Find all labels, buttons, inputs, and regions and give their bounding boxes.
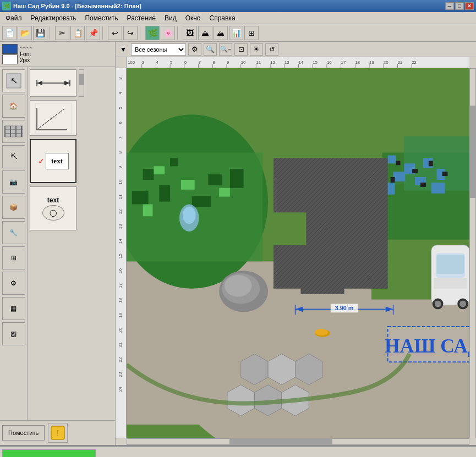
color-swatch-secondary[interactable] <box>2 54 18 64</box>
measure-icon <box>31 71 75 95</box>
svg-text:22: 22 <box>412 60 417 65</box>
sun-btn[interactable]: ☀ <box>250 43 263 56</box>
btn7[interactable]: ⛰ <box>214 26 228 40</box>
place-button[interactable]: Поместить <box>2 425 45 441</box>
main-toolbar: 📄 📂 💾 ✂ 📋 📌 ↩ ↪ 🌿 🌸 🖼 ⛰ ⛰ 📊 ⊞ <box>0 24 476 42</box>
zoom-in-btn[interactable]: 🔍 <box>204 43 217 56</box>
tool-scrollbar[interactable] <box>79 69 84 97</box>
text-preview-box: text <box>46 153 69 169</box>
svg-rect-14 <box>35 103 72 133</box>
svg-text:5: 5 <box>118 107 123 109</box>
menu-view[interactable]: Вид <box>160 13 181 23</box>
wrench-tool-btn[interactable]: 🔧 <box>2 221 25 244</box>
minimize-button[interactable]: ─ <box>445 2 454 10</box>
h-scroll-thumb[interactable] <box>229 439 332 444</box>
place-icon-btn[interactable]: ! <box>48 423 68 443</box>
v-scrollbar[interactable] <box>469 68 476 438</box>
view-dropdown-btn[interactable]: ▼ <box>118 44 129 55</box>
text-tool1-btn[interactable]: ✓ text <box>30 139 76 183</box>
menu-place[interactable]: Поместить <box>80 13 122 23</box>
svg-text:14: 14 <box>118 239 123 244</box>
svg-text:9: 9 <box>227 60 229 65</box>
svg-rect-114 <box>431 183 445 194</box>
svg-text:8: 8 <box>118 151 123 153</box>
tools-tool-btn[interactable]: ⚙ <box>2 272 25 295</box>
color-swatch-primary[interactable] <box>2 44 18 54</box>
svg-text:6: 6 <box>184 60 187 65</box>
angle-icon <box>34 102 73 134</box>
btn6[interactable]: ⛰ <box>198 26 212 40</box>
angle-tool-btn[interactable] <box>30 100 76 136</box>
cut-button[interactable]: ✂ <box>55 26 69 40</box>
svg-rect-108 <box>388 156 396 164</box>
text2-stack: text ◯ <box>42 196 64 221</box>
svg-text:10: 10 <box>241 60 246 65</box>
app-icon: 🌿 <box>2 2 11 10</box>
btn9[interactable]: ⊞ <box>244 26 259 40</box>
house-tool-btn[interactable]: 🏠 <box>2 95 25 118</box>
svg-rect-107 <box>404 136 469 191</box>
sep4 <box>177 26 180 40</box>
svg-rect-2 <box>5 126 23 137</box>
fence2-tool-btn[interactable]: ▦ <box>2 297 25 320</box>
btn8[interactable]: 📊 <box>229 26 243 40</box>
v-ruler: 3 4 5 6 7 8 9 10 11 12 13 14 15 16 17 18 <box>116 68 127 438</box>
svg-point-133 <box>435 301 441 307</box>
svg-text:21: 21 <box>118 342 123 348</box>
fence-tool-btn[interactable] <box>2 120 25 143</box>
svg-rect-112 <box>393 172 406 181</box>
zoom-fit-btn[interactable]: ⊡ <box>234 43 248 56</box>
ruler-corner <box>116 57 127 68</box>
open-button[interactable]: 📂 <box>18 26 32 40</box>
h-scrollbar[interactable] <box>127 438 469 445</box>
svg-rect-130 <box>434 278 467 289</box>
svg-rect-118 <box>429 161 433 166</box>
font-label: Font <box>20 51 32 57</box>
btn5[interactable]: 🖼 <box>183 26 197 40</box>
save-button[interactable]: 💾 <box>33 26 47 40</box>
svg-text:11: 11 <box>256 60 261 65</box>
window-controls: ─ □ ✕ <box>445 2 474 10</box>
scroll-thumb <box>79 74 84 85</box>
redo-button[interactable]: ↪ <box>123 26 138 40</box>
svg-text:16: 16 <box>118 268 123 274</box>
svg-rect-19 <box>127 57 469 68</box>
select-tool-btn[interactable]: ↖ <box>2 69 25 92</box>
text-tool2-btn[interactable]: text ◯ <box>30 186 76 230</box>
place-row: Поместить ! <box>0 420 115 445</box>
copy-button[interactable]: 📋 <box>70 26 85 40</box>
pickaxe-tool-btn[interactable]: ⛏ <box>2 145 25 168</box>
stairs-tool-btn[interactable]: ▨ <box>2 322 25 345</box>
close-button[interactable]: ✕ <box>465 2 474 10</box>
svg-rect-96 <box>132 191 149 205</box>
paste-button[interactable]: 📌 <box>86 26 100 40</box>
flower-btn[interactable]: 🌸 <box>161 26 175 40</box>
sep1 <box>50 26 53 40</box>
measure-tool-btn[interactable] <box>30 69 76 97</box>
menu-edit[interactable]: Редактировать <box>26 13 81 23</box>
svg-text:12: 12 <box>118 209 123 214</box>
camera-tool-btn[interactable]: 📷 <box>2 170 25 194</box>
menu-help[interactable]: Справка <box>205 13 240 23</box>
grid-tool-btn[interactable]: ⊞ <box>2 246 25 269</box>
drawing-canvas[interactable]: 3.90 m НАШ САД <box>127 68 469 438</box>
menu-window[interactable]: Окно <box>181 13 205 23</box>
maximize-button[interactable]: □ <box>455 2 464 10</box>
box-tool-btn[interactable]: 📦 <box>2 196 25 219</box>
undo-button[interactable]: ↩ <box>108 26 122 40</box>
menu-file[interactable]: Файл <box>1 13 26 23</box>
season-select[interactable]: Все сезоны Весна Лето Осень Зима <box>131 43 186 56</box>
svg-text:13: 13 <box>118 224 123 229</box>
v-scroll-thumb[interactable] <box>470 106 475 198</box>
main-layout: ~~~~ Font 2pix ↖ 🏠 <box>0 42 476 445</box>
settings-icon-btn[interactable]: ⚙ <box>188 43 201 56</box>
svg-rect-125 <box>300 251 344 294</box>
place-sign-icon: ! <box>50 425 66 441</box>
refresh-btn[interactable]: ↺ <box>265 43 278 56</box>
menu-plant[interactable]: Растение <box>123 13 160 23</box>
svg-point-138 <box>225 275 251 297</box>
new-button[interactable]: 📄 <box>2 26 17 40</box>
plant-btn[interactable]: 🌿 <box>145 26 160 40</box>
zoom-out-btn[interactable]: 🔍− <box>219 43 232 56</box>
svg-text:12: 12 <box>270 60 275 65</box>
